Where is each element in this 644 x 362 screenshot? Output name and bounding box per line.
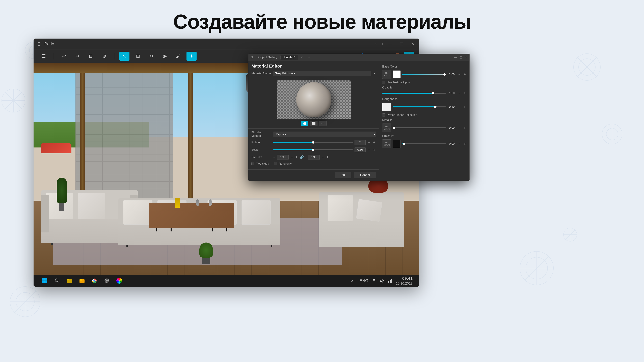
svg-rect-63: [388, 281, 389, 283]
roughness-plus-btn[interactable]: +: [463, 105, 466, 109]
cursor-tool-btn[interactable]: ↖: [120, 52, 130, 61]
me-sphere-tab[interactable]: ⬤: [301, 121, 308, 126]
tile-x-icon: ↔: [273, 156, 276, 159]
rotate-minus-btn[interactable]: −: [367, 140, 371, 145]
roughness-minus-btn[interactable]: −: [458, 105, 461, 109]
roughness-slider[interactable]: [392, 106, 446, 107]
tile-x-plus-btn[interactable]: +: [295, 155, 298, 159]
large-plant: [57, 178, 67, 211]
time-display: 09:41: [396, 276, 412, 281]
paint-tool-btn[interactable]: 🖌: [173, 52, 183, 61]
svg-rect-64: [390, 280, 390, 283]
svg-point-56: [105, 280, 106, 281]
svg-line-26: [14, 291, 36, 312]
me-close-tab-btn[interactable]: ✕: [298, 55, 306, 60]
rotate-slider[interactable]: [273, 142, 353, 143]
eye-tool-btn[interactable]: ◉: [160, 52, 170, 61]
tile-y-plus-btn[interactable]: +: [326, 155, 330, 159]
date-display: 10.10.2023: [396, 281, 412, 286]
svg-line-30: [566, 230, 575, 239]
me-project-gallery-tab[interactable]: Project Gallery: [255, 55, 280, 60]
menu-btn[interactable]: ☰: [38, 52, 49, 61]
svg-point-21: [10, 287, 40, 317]
scale-value[interactable]: [354, 147, 366, 152]
me-window-controls: — □ ✕: [454, 55, 468, 59]
title-bar: 🗒 Patio ✕ + — □ ✕: [34, 38, 419, 49]
me-plane-tab[interactable]: ▭: [319, 121, 326, 126]
metallic-plus-btn[interactable]: +: [463, 126, 466, 130]
file-explorer-btn[interactable]: [65, 276, 74, 285]
minimize-btn[interactable]: —: [386, 40, 394, 47]
folder-btn[interactable]: [78, 276, 86, 285]
me-minimize-btn[interactable]: —: [454, 55, 457, 59]
red-bush: [368, 179, 388, 193]
scale-plus-btn[interactable]: +: [372, 148, 376, 152]
sun-tool-btn[interactable]: ☀: [186, 52, 196, 61]
rotate-plus-btn[interactable]: +: [372, 140, 376, 145]
windows-start-btn[interactable]: [40, 276, 49, 285]
me-maximize-btn[interactable]: □: [460, 55, 462, 59]
me-untitled-tab[interactable]: Untitled*: [281, 55, 298, 60]
use-texture-alpha-label: Use Texture Alpha: [387, 81, 410, 84]
metallic-texture-thumb[interactable]: NoTexture: [382, 123, 391, 132]
rotate-value[interactable]: [354, 140, 366, 145]
me-file-icon: 🗒: [250, 56, 254, 59]
roughness-section-title: Roughness: [382, 97, 466, 101]
base-color-swatch[interactable]: [392, 70, 401, 78]
delete-btn[interactable]: ⊟: [86, 52, 96, 61]
read-only-checkbox[interactable]: [274, 162, 277, 165]
taskbar-clock[interactable]: 09:41 10.10.2023: [396, 276, 412, 285]
search-taskbar-btn[interactable]: [53, 276, 62, 285]
me-add-tab-btn[interactable]: +: [306, 54, 313, 60]
emissive-minus-btn[interactable]: −: [458, 142, 461, 146]
use-texture-alpha-checkbox[interactable]: [382, 81, 385, 84]
settings-btn[interactable]: [102, 276, 111, 285]
me-header-close[interactable]: ✕: [373, 71, 376, 76]
svg-point-27: [564, 228, 577, 241]
maximize-btn[interactable]: □: [399, 40, 404, 47]
roughness-texture-thumb[interactable]: [382, 103, 391, 111]
base-texture-thumb[interactable]: NoTexture: [382, 70, 391, 79]
scissors-tool-btn[interactable]: ✂: [146, 52, 156, 61]
scale-minus-btn[interactable]: −: [367, 148, 371, 152]
base-color-slider[interactable]: [402, 74, 446, 75]
cancel-btn[interactable]: Cancel: [354, 172, 376, 178]
chrome-btn[interactable]: [90, 276, 99, 285]
cart-btn[interactable]: ⊕: [99, 52, 109, 61]
base-color-plus-btn[interactable]: +: [463, 72, 466, 77]
me-right-panel: Base Color NoTexture 1.00 − + Use Textur…: [379, 61, 470, 181]
opacity-minus-btn[interactable]: −: [458, 91, 461, 95]
svg-rect-42: [45, 281, 47, 283]
emissive-texture-thumb[interactable]: NoTexture: [382, 139, 391, 148]
tile-x-input[interactable]: [277, 155, 289, 160]
tile-y-input[interactable]: [308, 155, 320, 160]
metallic-slider[interactable]: [392, 127, 446, 128]
close-btn[interactable]: ✕: [410, 40, 416, 47]
me-body: Material Editor Material Name ✕ ⬤ ⬜ ▭: [248, 61, 470, 181]
me-cube-tab[interactable]: ⬜: [310, 121, 318, 126]
system-tray-expand[interactable]: ∧: [351, 279, 354, 283]
redo-btn[interactable]: ↪: [72, 52, 82, 61]
ok-btn[interactable]: OK: [334, 172, 351, 178]
blending-method-select[interactable]: Replace: [273, 132, 376, 137]
wood-pillar-center: [188, 63, 193, 211]
me-name-input[interactable]: [273, 71, 371, 76]
tile-x-minus-btn[interactable]: −: [290, 155, 294, 159]
emissive-color-swatch[interactable]: [392, 140, 401, 148]
undo-btn[interactable]: ↩: [59, 52, 69, 61]
svg-line-4: [578, 57, 596, 77]
emissive-plus-btn[interactable]: +: [463, 142, 466, 146]
emissive-slider[interactable]: [402, 143, 446, 144]
opacity-plus-btn[interactable]: +: [463, 91, 466, 95]
two-sided-checkbox[interactable]: [252, 162, 254, 165]
scale-slider[interactable]: [273, 149, 353, 150]
prefer-planar-checkbox[interactable]: [382, 113, 385, 116]
color-picker-btn[interactable]: [115, 276, 124, 285]
me-close-btn[interactable]: ✕: [464, 55, 468, 59]
group-tool-btn[interactable]: ⊞: [133, 52, 143, 61]
tile-link-icon: 🔗: [300, 155, 304, 159]
tile-y-minus-btn[interactable]: −: [321, 155, 324, 159]
opacity-slider[interactable]: [382, 93, 446, 94]
metallic-minus-btn[interactable]: −: [458, 126, 461, 130]
base-color-minus-btn[interactable]: −: [458, 72, 461, 77]
